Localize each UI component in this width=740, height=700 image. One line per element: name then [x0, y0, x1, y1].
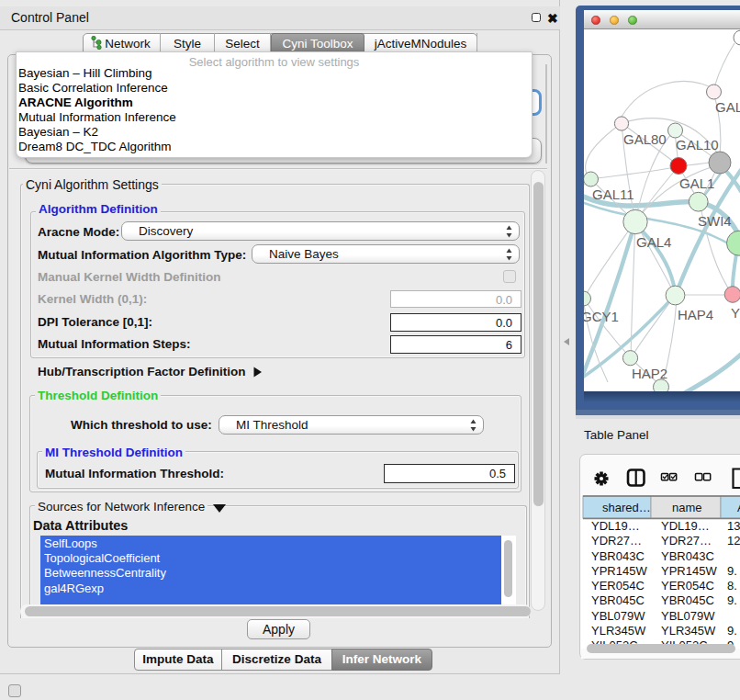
svg-text:YBL079W: YBL079W [661, 609, 715, 623]
svg-text:9.: 9. [727, 624, 737, 638]
svg-text:YPR145W: YPR145W [661, 564, 717, 578]
svg-text:GAL1: GAL1 [679, 175, 714, 191]
svg-text:8.: 8. [727, 579, 737, 593]
svg-text:YPR145W: YPR145W [591, 564, 647, 578]
svg-text:YDL19…: YDL19… [661, 519, 710, 533]
svg-text:SWI4: SWI4 [698, 213, 732, 229]
svg-text:YBR045C: YBR045C [661, 593, 714, 607]
svg-text:Y: Y [731, 305, 740, 321]
svg-text:YER054C: YER054C [591, 579, 645, 593]
svg-text:YLR345W: YLR345W [661, 624, 716, 638]
svg-text:GCY1: GCY1 [584, 309, 619, 324]
svg-text:GAL4: GAL4 [636, 234, 671, 250]
svg-text:HAP4: HAP4 [678, 307, 713, 322]
svg-text:GAL11: GAL11 [592, 186, 634, 202]
svg-text:YDR27…: YDR27… [661, 534, 712, 548]
svg-text:YBR043C: YBR043C [661, 549, 714, 563]
svg-text:YER054C: YER054C [661, 579, 714, 593]
svg-text:YBL079W: YBL079W [591, 609, 645, 623]
svg-text:GAL7: GAL7 [715, 99, 740, 115]
svg-text:13: 13 [727, 519, 740, 533]
svg-text:GAL80: GAL80 [623, 131, 667, 147]
svg-text:YBR045C: YBR045C [591, 593, 645, 607]
svg-text:GAL10: GAL10 [676, 137, 719, 152]
svg-text:YBR043C: YBR043C [591, 549, 645, 563]
svg-text:9.: 9. [727, 593, 737, 607]
svg-text:9.: 9. [727, 564, 737, 578]
svg-text:YDR27…: YDR27… [591, 534, 642, 548]
svg-text:shared…: shared… [602, 501, 651, 514]
svg-text:name: name [672, 501, 702, 514]
svg-text:12: 12 [727, 534, 740, 548]
svg-text:YLR345W: YLR345W [591, 624, 646, 638]
svg-text:HAP2: HAP2 [632, 366, 667, 381]
svg-text:YDL19…: YDL19… [591, 519, 640, 533]
